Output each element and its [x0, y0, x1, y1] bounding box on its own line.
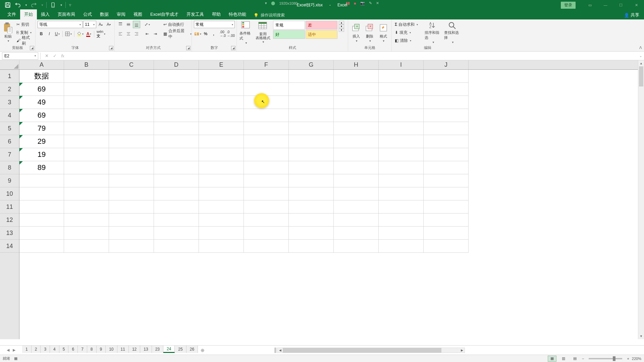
collapse-ribbon-icon[interactable]: ᐱ	[639, 46, 642, 50]
cell-I5[interactable]	[379, 122, 424, 135]
row-header-1[interactable]: 1	[0, 70, 19, 83]
row-header-2[interactable]: 2	[0, 83, 19, 96]
cell-H11[interactable]	[334, 200, 379, 214]
cell-F10[interactable]	[244, 187, 289, 200]
sheet-tab-4[interactable]: 4	[50, 346, 59, 353]
alignment-launcher[interactable]: ◢	[186, 46, 191, 50]
sheet-tab-2[interactable]: 2	[32, 346, 41, 353]
cell-H4[interactable]	[334, 109, 379, 122]
cell-E9[interactable]	[199, 174, 244, 187]
grow-font-button[interactable]: A▴	[97, 21, 104, 28]
cell-G2[interactable]	[289, 83, 334, 96]
cell-J4[interactable]	[424, 109, 469, 122]
cell-G12[interactable]	[289, 214, 334, 227]
delete-cells-button[interactable]: × 删除▼	[364, 21, 376, 44]
cell-H7[interactable]	[334, 148, 379, 161]
name-box[interactable]: E2▾	[2, 52, 38, 60]
cell-E8[interactable]	[199, 161, 244, 174]
orientation-button[interactable]: ⤢▾	[144, 21, 151, 28]
decrease-indent-button[interactable]: ⇤	[144, 30, 151, 38]
cell-F2[interactable]	[244, 83, 289, 96]
cell-J7[interactable]	[424, 148, 469, 161]
expand-formula-icon[interactable]: ⌄	[637, 54, 644, 58]
cell-B3[interactable]	[64, 96, 109, 109]
cell-G4[interactable]	[289, 109, 334, 122]
wrap-text-button[interactable]: ↩自动换行	[162, 21, 193, 28]
cell-B11[interactable]	[64, 200, 109, 214]
tab-review[interactable]: 审阅	[113, 9, 129, 19]
column-headers[interactable]: ABCDEFGHIJ	[19, 60, 638, 70]
sheet-tab-1[interactable]: 1	[22, 346, 32, 353]
autosum-button[interactable]: Σ自动求和▾	[394, 21, 423, 28]
cell-A8[interactable]: 89	[19, 161, 64, 174]
cell-J10[interactable]	[424, 187, 469, 200]
cell-B4[interactable]	[64, 109, 109, 122]
cell-I13[interactable]	[379, 227, 424, 240]
view-pagelayout-icon[interactable]: ▥	[559, 356, 568, 362]
cell-I8[interactable]	[379, 161, 424, 174]
underline-button[interactable]: U▾	[54, 30, 61, 38]
cell-G10[interactable]	[289, 187, 334, 200]
conditional-format-button[interactable]: 条件格式▼	[239, 21, 253, 44]
cell-B1[interactable]	[64, 70, 109, 83]
align-left-button[interactable]	[117, 30, 124, 38]
cell-I4[interactable]	[379, 109, 424, 122]
cell-G5[interactable]	[289, 122, 334, 135]
row-header-12[interactable]: 12	[0, 214, 19, 227]
ribbon-display-icon[interactable]: ▭	[582, 0, 598, 10]
italic-button[interactable]: I	[46, 30, 53, 38]
cell-H13[interactable]	[334, 227, 379, 240]
cell-G13[interactable]	[289, 227, 334, 240]
sheet-tab-12[interactable]: 12	[129, 346, 140, 353]
cell-J8[interactable]	[424, 161, 469, 174]
cell-D9[interactable]	[154, 174, 199, 187]
cell-I11[interactable]	[379, 200, 424, 214]
cell-B6[interactable]	[64, 135, 109, 148]
cell-H3[interactable]	[334, 96, 379, 109]
cell-A2[interactable]: 69	[19, 83, 64, 96]
paste-button[interactable]: 粘贴 ▼	[2, 21, 14, 44]
row-header-7[interactable]: 7	[0, 148, 19, 161]
cell-F12[interactable]	[244, 214, 289, 227]
cell-B10[interactable]	[64, 187, 109, 200]
sort-filter-button[interactable]: AZ 排序和筛选▼	[424, 21, 442, 44]
cell-H6[interactable]	[334, 135, 379, 148]
tab-home[interactable]: 开始	[20, 9, 37, 19]
cell-A4[interactable]: 69	[19, 109, 64, 122]
cell-F11[interactable]	[244, 200, 289, 214]
save-icon[interactable]	[4, 1, 11, 9]
column-header-A[interactable]: A	[19, 60, 64, 69]
tab-data[interactable]: 数据	[96, 9, 113, 19]
cell-D6[interactable]	[154, 135, 199, 148]
cell-E2[interactable]	[199, 83, 244, 96]
split-handle[interactable]	[274, 348, 276, 353]
cell-C5[interactable]	[109, 122, 154, 135]
row-header-8[interactable]: 8	[0, 161, 19, 174]
cell-C10[interactable]	[109, 187, 154, 200]
zoom-level[interactable]: 220%	[632, 357, 641, 361]
cell-G3[interactable]	[289, 96, 334, 109]
cell-A5[interactable]: 79	[19, 122, 64, 135]
cell-H12[interactable]	[334, 214, 379, 227]
cell-I10[interactable]	[379, 187, 424, 200]
shrink-font-button[interactable]: A▾	[105, 21, 112, 28]
cell-F4[interactable]	[244, 109, 289, 122]
row-headers[interactable]: 1234567891011121314	[0, 70, 19, 339]
cell-E11[interactable]	[199, 200, 244, 214]
minimize-icon[interactable]: —	[598, 0, 613, 10]
column-header-F[interactable]: F	[244, 60, 289, 69]
formula-input[interactable]	[67, 52, 637, 60]
align-top-button[interactable]	[117, 21, 124, 28]
increase-decimal-button[interactable]: .00→.0	[219, 30, 226, 38]
column-header-G[interactable]: G	[289, 60, 334, 69]
cell-F9[interactable]	[244, 174, 289, 187]
cell-J6[interactable]	[424, 135, 469, 148]
cell-C7[interactable]	[109, 148, 154, 161]
row-header-9[interactable]: 9	[0, 174, 19, 187]
tab-pagelayout[interactable]: 页面布局	[54, 9, 79, 19]
cell-I3[interactable]	[379, 96, 424, 109]
view-pagebreak-icon[interactable]: ▤	[571, 356, 579, 362]
tell-me-search[interactable]: 💡 操作说明搜索	[254, 12, 285, 19]
cell-H8[interactable]	[334, 161, 379, 174]
cell-B2[interactable]	[64, 83, 109, 96]
